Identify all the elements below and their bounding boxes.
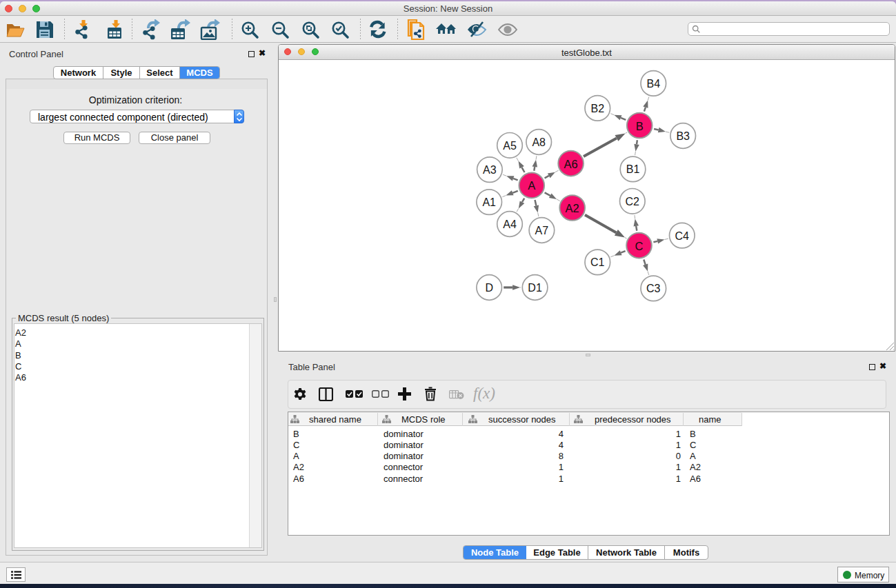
svg-text:C1: C1 xyxy=(590,256,605,268)
svg-text:B3: B3 xyxy=(676,130,690,142)
svg-text:B2: B2 xyxy=(591,103,605,114)
svg-text:A6: A6 xyxy=(564,158,578,170)
svg-text:C: C xyxy=(635,240,644,252)
svg-text:A7: A7 xyxy=(535,225,549,236)
svg-text:D1: D1 xyxy=(528,282,542,294)
svg-text:A5: A5 xyxy=(503,140,517,152)
svg-text:A: A xyxy=(528,179,535,192)
svg-text:B4: B4 xyxy=(647,78,661,90)
svg-text:A2: A2 xyxy=(566,202,579,214)
svg-text:C2: C2 xyxy=(626,196,640,207)
svg-text:C3: C3 xyxy=(646,283,661,294)
svg-text:A8: A8 xyxy=(532,136,546,148)
svg-text:B: B xyxy=(636,120,644,132)
svg-text:B1: B1 xyxy=(626,163,640,175)
svg-text:D: D xyxy=(485,282,493,294)
svg-text:A1: A1 xyxy=(482,196,496,208)
svg-text:C4: C4 xyxy=(675,230,690,242)
svg-text:A3: A3 xyxy=(483,164,497,176)
svg-text:A4: A4 xyxy=(503,219,517,230)
